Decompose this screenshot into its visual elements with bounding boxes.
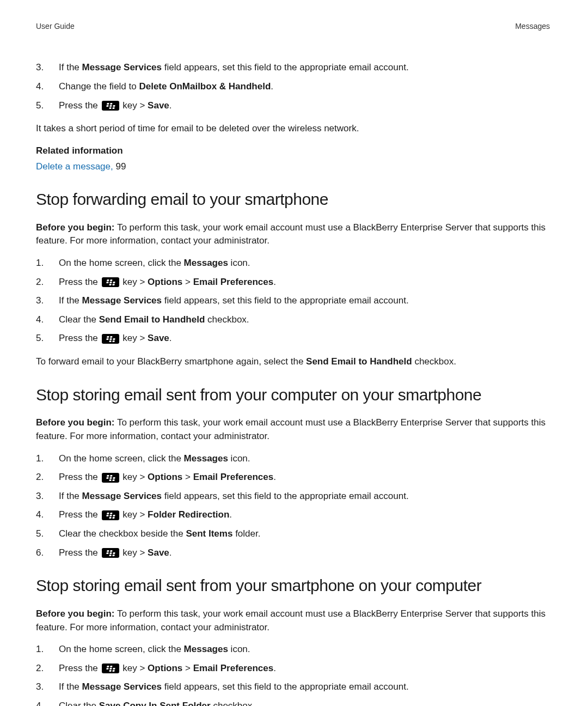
step-bold: Send Email to Handheld [99,314,205,325]
step: 1.On the home screen, click the Messages… [36,257,550,270]
svg-rect-12 [109,284,112,285]
svg-rect-38 [109,552,112,554]
after-bold: Send Email to Handheld [306,356,412,367]
svg-rect-35 [106,550,109,552]
step: 4.Clear the Send Email to Handheld check… [36,313,550,327]
step-bold: Save [148,547,169,558]
step: 3.If the Message Services field appears,… [36,680,550,694]
blackberry-menu-key-icon [102,548,119,558]
step-body: On the home screen, click the Messages i… [59,644,250,654]
before-label: Before you begin: [36,608,115,619]
blackberry-menu-key-icon [102,664,119,673]
svg-rect-9 [106,282,109,283]
svg-rect-21 [106,475,109,477]
related-link[interactable]: Delete a message, [36,161,113,172]
step-number: 3. [36,294,51,308]
header-right: Messages [515,21,550,32]
step: 5.Press the key > Save. [36,332,550,345]
step-number: 5. [36,332,51,345]
svg-rect-10 [109,282,112,283]
step: 1.On the home screen, click the Messages… [36,643,550,656]
section-heading-stop-storing-smartphone: Stop storing email sent from your smartp… [36,574,550,598]
step: 3.If the Message Services field appears,… [36,294,550,308]
section-after-note: To forward email to your BlackBerry smar… [36,355,550,369]
step-bold: Save Copy In Sent Folder [99,701,211,706]
step-body: Press the key > Save. [59,100,172,111]
blackberry-menu-key-icon [102,473,119,483]
svg-rect-29 [109,513,112,514]
before-label: Before you begin: [36,222,115,233]
svg-rect-11 [113,282,115,283]
svg-rect-14 [106,336,109,338]
svg-rect-16 [106,338,109,340]
blackberry-menu-key-icon [102,334,119,344]
step-bold: Email Preferences [193,277,273,287]
step-body: If the Message Services field appears, s… [59,295,409,306]
step-body: Clear the Save Copy In Sent Folder check… [59,701,255,706]
step-body: Press the key > Options > Email Preferen… [59,472,276,482]
svg-rect-2 [106,105,109,107]
step-bold: Email Preferences [193,663,273,673]
step-bold: Options [148,663,182,673]
svg-rect-20 [112,340,115,342]
step-number: 4. [36,508,51,522]
step-bold: Messages [184,453,228,464]
step: 1.On the home screen, click the Messages… [36,452,550,466]
step-body: Press the key > Folder Redirection. [59,509,232,520]
page: User Guide Messages 3.If the Message Ser… [0,0,588,706]
step-bold: Message Services [82,491,162,501]
step-body: If the Message Services field appears, s… [59,62,409,72]
step: 4.Press the key > Folder Redirection. [36,508,550,522]
svg-rect-34 [112,517,115,519]
step-bold: Mailbox & Handheld [182,81,271,92]
step-number: 3. [36,680,51,694]
step-body: If the Message Services field appears, s… [59,491,409,501]
step-body: Press the key > Options > Email Preferen… [59,663,276,673]
step-bold: Delete On [139,81,182,92]
step: 4.Clear the Save Copy In Sent Folder che… [36,699,550,706]
step-body: Clear the Send Email to Handheld checkbo… [59,314,249,325]
before-you-begin: Before you begin: To perform this task, … [36,221,550,248]
svg-rect-17 [109,338,112,340]
svg-rect-8 [109,279,112,281]
svg-rect-7 [106,279,109,281]
svg-rect-31 [109,515,112,516]
related-link-page: 99 [113,161,126,172]
step-bold: Messages [184,644,228,654]
step-number: 3. [36,490,51,503]
step: 3.If the Message Services field appears,… [36,61,550,75]
svg-rect-43 [109,666,112,667]
svg-rect-40 [109,555,112,556]
step: 4.Change the field to Delete OnMailbox &… [36,80,550,94]
svg-rect-46 [113,668,115,670]
step-bold: Messages [184,258,228,268]
step-number: 1. [36,643,51,656]
step-body: Change the field to Delete OnMailbox & H… [59,81,273,92]
step-body: Clear the checkbox beside the Sent Items… [59,528,260,539]
svg-rect-3 [109,105,112,107]
svg-rect-28 [106,513,109,514]
steps-list: 1.On the home screen, click the Messages… [36,257,550,345]
svg-rect-44 [106,668,109,670]
step-number: 6. [36,546,51,560]
svg-rect-13 [112,284,115,285]
svg-rect-45 [109,668,112,670]
svg-rect-24 [109,477,112,479]
step: 2.Press the key > Options > Email Prefer… [36,276,550,289]
section-heading-stop-forwarding: Stop forwarding email to your smartphone [36,187,550,211]
before-you-begin: Before you begin: To perform this task, … [36,607,550,634]
step-body: Press the key > Save. [59,333,172,343]
step: 3.If the Message Services field appears,… [36,490,550,503]
blackberry-menu-key-icon [102,510,119,520]
related-info-label: Related information [36,145,123,156]
svg-rect-47 [109,670,112,672]
svg-rect-32 [113,515,115,516]
step-bold: Folder Redirection [148,509,229,520]
step-number: 4. [36,699,51,706]
steps-list: 1.On the home screen, click the Messages… [36,452,550,560]
svg-rect-19 [109,340,112,342]
svg-rect-27 [112,479,115,481]
step-bold: Save [148,100,169,111]
before-label: Before you begin: [36,417,115,428]
svg-rect-15 [109,336,112,338]
